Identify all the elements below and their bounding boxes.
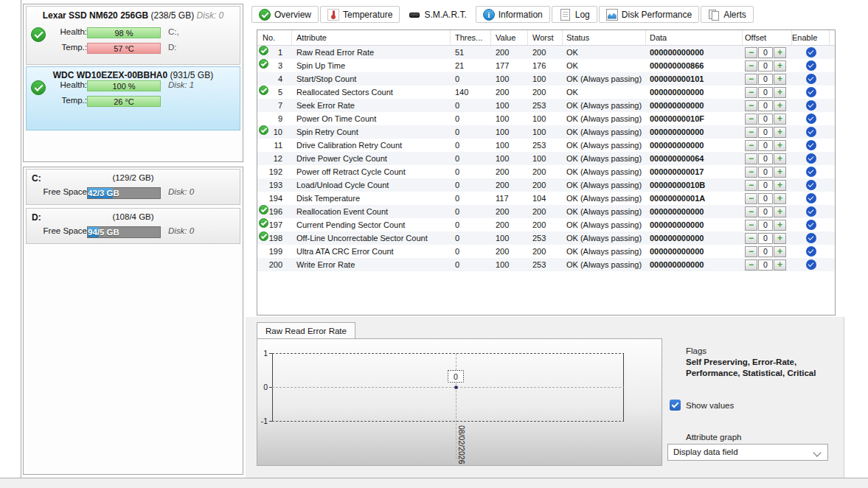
- column-header-offset[interactable]: Offset: [743, 30, 792, 45]
- offset-minus-button[interactable]: −: [745, 246, 757, 257]
- partition-item-d[interactable]: D: (108/4 GB) Free Space 94/5 GB Disk: 0: [26, 208, 240, 244]
- table-row[interactable]: 193Load/Unload Cycle Count0200200OK (Alw…: [257, 178, 835, 192]
- attribute-graph-dropdown[interactable]: Display data field: [667, 444, 828, 461]
- enable-checkbox[interactable]: [806, 87, 816, 97]
- enable-checkbox[interactable]: [806, 140, 816, 150]
- offset-plus-button[interactable]: +: [774, 233, 786, 244]
- tab-overview[interactable]: Overview: [251, 6, 319, 23]
- tab-disk-performance[interactable]: Disk Performance: [599, 6, 699, 23]
- offset-plus-button[interactable]: +: [774, 47, 786, 58]
- table-row[interactable]: 12Drive Power Cycle Count0100100OK (Alwa…: [257, 152, 835, 165]
- table-row[interactable]: 4Start/Stop Count0100100OK (Always passi…: [257, 72, 835, 86]
- offset-plus-button[interactable]: +: [774, 206, 786, 217]
- table-row[interactable]: 197Current Pending Sector Count0200200OK…: [257, 218, 835, 231]
- offset-plus-button[interactable]: +: [774, 180, 786, 191]
- offset-minus-button[interactable]: −: [745, 87, 757, 98]
- column-header-attribute[interactable]: Attribute: [292, 30, 451, 45]
- enable-checkbox[interactable]: [806, 153, 816, 164]
- enable-checkbox[interactable]: [806, 47, 816, 57]
- offset-minus-button[interactable]: −: [745, 206, 757, 217]
- offset-value: 0: [758, 167, 773, 178]
- enable-checkbox[interactable]: [806, 259, 816, 270]
- column-header-value[interactable]: Value: [491, 30, 528, 45]
- table-row[interactable]: 196Reallocation Event Count0200200OK (Al…: [257, 205, 835, 218]
- enable-checkbox[interactable]: [806, 246, 816, 257]
- offset-plus-button[interactable]: +: [774, 74, 786, 85]
- enable-checkbox[interactable]: [806, 220, 816, 230]
- table-row[interactable]: 200Write Error Rate0100253OK (Always pas…: [257, 258, 835, 271]
- partition-item-c[interactable]: C: (129/2 GB) Free Space 42/3 GB Disk: 0: [26, 169, 240, 205]
- column-header-threshold[interactable]: Thres...: [451, 30, 491, 45]
- tab-temperature[interactable]: Temperature: [320, 6, 400, 23]
- table-row[interactable]: 7Seek Error Rate0100253OK (Always passin…: [257, 99, 835, 112]
- offset-minus-button[interactable]: −: [745, 259, 757, 271]
- offset-minus-button[interactable]: −: [745, 193, 757, 204]
- enable-checkbox[interactable]: [806, 100, 816, 111]
- enable-checkbox[interactable]: [806, 193, 816, 203]
- tab-log[interactable]: Log: [552, 6, 597, 23]
- tab-information[interactable]: Information: [476, 6, 550, 23]
- worst-value: 176: [528, 59, 563, 72]
- table-row[interactable]: 3Spin Up Time21177176OK000000000866−0+: [257, 59, 835, 72]
- column-header-no[interactable]: No.: [257, 30, 292, 45]
- current-value: 100: [491, 125, 528, 139]
- enable-cell: [792, 233, 830, 243]
- offset-plus-button[interactable]: +: [774, 87, 786, 98]
- offset-plus-button[interactable]: +: [774, 167, 786, 178]
- tab-alerts[interactable]: Alerts: [701, 6, 754, 23]
- column-header-data[interactable]: Data: [646, 30, 743, 45]
- offset-plus-button[interactable]: +: [774, 114, 786, 125]
- table-row[interactable]: 198Off-Line Uncorrectable Sector Count01…: [257, 231, 835, 245]
- table-row[interactable]: 194Disk Temperature0117104OK (Always pas…: [257, 192, 835, 205]
- enable-checkbox[interactable]: [806, 233, 816, 243]
- offset-plus-button[interactable]: +: [774, 246, 786, 257]
- offset-minus-button[interactable]: −: [745, 153, 757, 164]
- offset-plus-button[interactable]: +: [774, 153, 786, 164]
- offset-plus-button[interactable]: +: [774, 193, 786, 204]
- table-row[interactable]: 1Raw Read Error Rate51200200OK0000000000…: [257, 46, 835, 59]
- tab-s-m-a-r-t-[interactable]: S.M.A.R.T.: [401, 6, 473, 23]
- column-header-status[interactable]: Status: [563, 30, 646, 45]
- offset-plus-button[interactable]: +: [774, 100, 786, 111]
- enable-checkbox[interactable]: [806, 114, 816, 124]
- thermometer-icon: [327, 9, 339, 21]
- offset-minus-button[interactable]: −: [745, 220, 757, 231]
- table-row[interactable]: 10Spin Retry Count0100100OK (Always pass…: [257, 125, 835, 139]
- worst-value: 100: [528, 125, 563, 139]
- table-row[interactable]: 199Ultra ATA CRC Error Count0200200OK (A…: [257, 245, 835, 258]
- enable-checkbox[interactable]: [806, 180, 816, 190]
- enable-checkbox[interactable]: [806, 127, 816, 137]
- enable-checkbox[interactable]: [806, 167, 816, 177]
- offset-minus-button[interactable]: −: [745, 167, 757, 178]
- offset-minus-button[interactable]: −: [745, 180, 757, 191]
- offset-minus-button[interactable]: −: [745, 47, 757, 58]
- table-row[interactable]: 192Power off Retract Cycle Count0200200O…: [257, 165, 835, 178]
- enable-checkbox[interactable]: [806, 60, 816, 71]
- show-values-checkbox[interactable]: [670, 400, 681, 411]
- offset-minus-button[interactable]: −: [745, 60, 757, 72]
- offset-plus-button[interactable]: +: [774, 140, 786, 151]
- offset-plus-button[interactable]: +: [774, 220, 786, 231]
- table-row[interactable]: 5Reallocated Sectors Count140200200OK000…: [257, 86, 835, 99]
- offset-plus-button[interactable]: +: [774, 259, 786, 271]
- attribute-graph-plot: 1 0 -1 0 08/02/2026: [257, 339, 662, 465]
- drive-item-wdc-selected[interactable]: WDC WD10EZEX-00BBHA0 (931/5 GB) Health: …: [26, 66, 240, 130]
- attribute-graph-tab[interactable]: Raw Read Error Rate: [257, 322, 355, 338]
- ok-check-icon: [259, 125, 268, 135]
- offset-minus-button[interactable]: −: [745, 114, 757, 125]
- column-header-worst[interactable]: Worst: [528, 30, 563, 45]
- no-cell: 1: [257, 46, 292, 59]
- offset-minus-button[interactable]: −: [745, 233, 757, 244]
- column-header-enable[interactable]: Enable: [792, 30, 830, 45]
- offset-plus-button[interactable]: +: [774, 127, 786, 138]
- offset-minus-button[interactable]: −: [745, 127, 757, 138]
- offset-minus-button[interactable]: −: [745, 74, 757, 85]
- offset-minus-button[interactable]: −: [745, 100, 757, 111]
- table-row[interactable]: 11Drive Calibration Retry Count0100253OK…: [257, 139, 835, 152]
- table-row[interactable]: 9Power On Time Count0100100OK (Always pa…: [257, 112, 835, 125]
- enable-checkbox[interactable]: [806, 74, 816, 84]
- drive-item-lexar[interactable]: Lexar SSD NM620 256GB (238/5 GB) Disk: 0…: [26, 6, 240, 65]
- offset-plus-button[interactable]: +: [774, 60, 786, 72]
- enable-checkbox[interactable]: [806, 206, 816, 217]
- offset-minus-button[interactable]: −: [745, 140, 757, 151]
